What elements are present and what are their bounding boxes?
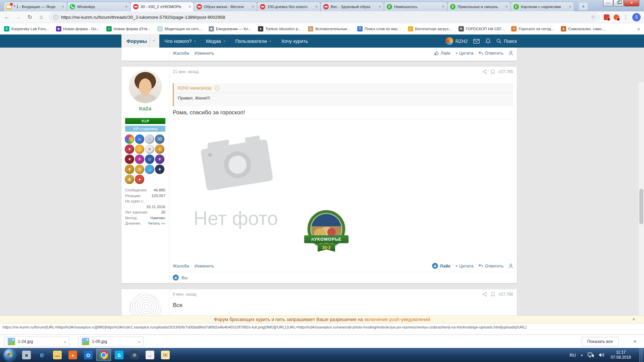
browser-tab[interactable]: Образ жизни - Месячн×: [194, 2, 257, 11]
diary-read-link[interactable]: Читать »»: [148, 221, 165, 226]
page-scrollbar[interactable]: [639, 82, 644, 323]
profile-avatar[interactable]: S: [632, 13, 641, 21]
quote-button[interactable]: + Цитата: [455, 263, 474, 268]
like-button[interactable]: Лайк: [434, 51, 450, 56]
bookmark-item[interactable]: ↓Бесплатная загруз...: [408, 26, 452, 32]
award-badge-icon[interactable]: ☺: [145, 155, 154, 164]
user-avatar[interactable]: [129, 71, 161, 103]
download-item[interactable]: 1-05.jpg▴: [78, 337, 144, 347]
nav-item-медиа[interactable]: Медиа▾: [201, 35, 230, 48]
award-badge-icon[interactable]: ●: [135, 175, 144, 184]
award-badge-icon[interactable]: *: [125, 134, 134, 144]
taskbar-app-folder[interactable]: ▬: [50, 349, 65, 361]
tab-close-icon[interactable]: ×: [569, 4, 571, 9]
close-button[interactable]: ×: [624, 0, 639, 6]
new-tab-button[interactable]: +: [579, 3, 588, 10]
nav-item-пользователи[interactable]: Пользователи▾: [230, 35, 276, 48]
inbox-envelope-icon[interactable]: [473, 39, 480, 44]
liked-by-you-link[interactable]: Вы: [181, 275, 187, 280]
quote-button[interactable]: + Цитата: [455, 51, 474, 56]
bookmark-item[interactable]: ■Новая форма - Go...: [56, 26, 100, 32]
bookmark-item[interactable]: KKaspersky Lab Foru...: [4, 26, 49, 32]
award-badge-icon[interactable]: ♥: [125, 144, 134, 154]
edit-link[interactable]: Изменить: [195, 51, 214, 56]
award-badge-icon[interactable]: 4: [155, 144, 164, 154]
chevron-down-icon[interactable]: ▾: [224, 40, 225, 43]
tab-close-icon[interactable]: ×: [125, 4, 127, 9]
browser-tab[interactable]: 100-дневка без алкого×: [257, 2, 321, 11]
bookmark-item[interactable]: ППоиск слов по мас...: [357, 26, 401, 32]
scrollbar-thumb[interactable]: [639, 189, 643, 224]
nav-item-что-нового-[interactable]: Что нового?▾: [159, 35, 201, 48]
post-number-link[interactable]: #27.766: [499, 292, 513, 297]
edit-link[interactable]: Изменить: [195, 263, 214, 268]
show-desktop-button[interactable]: [639, 348, 643, 362]
chevron-down-icon[interactable]: ▾: [270, 40, 271, 43]
award-badge-icon[interactable]: 30: [155, 134, 164, 144]
award-badge-icon[interactable]: ♥: [125, 155, 134, 164]
quote-jump-icon[interactable]: ↑: [215, 86, 219, 90]
tab-close-icon[interactable]: ×: [505, 4, 508, 9]
tab-close-icon[interactable]: ×: [442, 4, 444, 9]
browser-tab[interactable]: FКартинки с надписями×: [511, 2, 574, 11]
bookmark-item[interactable]: ⊕ГОРОСКОП НА СЕГ...: [459, 26, 505, 32]
award-user-icon[interactable]: [508, 51, 513, 56]
download-menu-icon[interactable]: ▴: [64, 340, 66, 343]
bookmark-item[interactable]: ●Tonkoe iskusstvo p...: [258, 26, 301, 32]
award-badge-icon[interactable]: →: [145, 165, 154, 174]
bookmark-item[interactable]: ☀Гороскоп на сегод...: [511, 26, 554, 32]
tab-close-icon[interactable]: ×: [315, 4, 318, 9]
bookmark-icon[interactable]: [491, 69, 495, 74]
browser-tab[interactable]: FПрикольные и смешнь×: [447, 2, 511, 11]
share-icon[interactable]: [482, 292, 487, 297]
like-button-liked[interactable]: Лайк: [432, 263, 450, 269]
bookmarks-overflow-icon[interactable]: »: [637, 26, 640, 32]
browser-menu-icon[interactable]: ⋮: [623, 14, 628, 20]
bookmark-item[interactable]: ●Самоанализ, само...: [561, 26, 605, 32]
browser-tab[interactable]: 30 - #30_2 лУКОМОРЬ×: [130, 2, 194, 11]
account-menu[interactable]: RZH2: [445, 37, 468, 45]
alerts-bell-icon[interactable]: [485, 38, 491, 44]
report-link[interactable]: Жалоба: [173, 263, 189, 268]
post-time-link[interactable]: 21 мин. назад: [173, 69, 199, 74]
download-item[interactable]: 1-24.jpg▴: [4, 337, 69, 347]
download-menu-icon[interactable]: ▴: [138, 340, 140, 343]
bookmark-item[interactable]: ♙Вспомогательные...: [308, 26, 351, 32]
tab-close-icon[interactable]: ×: [62, 4, 64, 9]
tab-close-icon[interactable]: ×: [189, 4, 191, 9]
reload-button[interactable]: ↻: [26, 14, 34, 21]
home-button[interactable]: ⌂: [38, 14, 45, 20]
taskbar-app-globe[interactable]: ⊕: [127, 349, 142, 361]
minimize-button[interactable]: —: [603, 0, 613, 6]
award-badge-icon[interactable]: ☺: [145, 134, 154, 144]
taskbar-app-1c[interactable]: 1С: [158, 349, 173, 361]
browser-tab[interactable]: FНамешалось×: [384, 2, 447, 11]
taskbar-app-window[interactable]: ■: [19, 349, 34, 361]
nav-item-форумы[interactable]: Форумы▾: [121, 35, 159, 48]
post-number-link[interactable]: #27.765: [499, 69, 513, 74]
award-badge-icon[interactable]: ⊙: [135, 165, 144, 174]
taskbar-app-arrows[interactable]: ↔: [143, 349, 157, 361]
extension-icon-2[interactable]: [613, 14, 619, 20]
notification-link[interactable]: включение push-уведомлений: [364, 317, 430, 322]
award-user-icon[interactable]: [508, 263, 513, 268]
browser-tab[interactable]: Вес - Здоровый образ×: [320, 2, 384, 11]
share-icon[interactable]: [482, 69, 487, 74]
tab-close-icon[interactable]: ×: [379, 4, 381, 9]
chevron-down-icon[interactable]: ▾: [150, 35, 155, 48]
language-indicator[interactable]: RU: [570, 353, 576, 358]
username-link[interactable]: KaZa: [121, 106, 169, 111]
taskbar-app-outlook[interactable]: O: [81, 349, 96, 361]
volume-icon[interactable]: [599, 352, 605, 358]
site-info-icon[interactable]: i: [53, 15, 58, 20]
award-badge-icon[interactable]: ☺: [135, 134, 144, 144]
back-button[interactable]: ←: [3, 14, 11, 20]
reply-button[interactable]: Ответить: [478, 51, 503, 56]
award-badge-icon[interactable]: ♥: [125, 165, 134, 174]
address-bar[interactable]: i https://ne-kurim.ru/forum/threads/30_2…: [49, 12, 600, 22]
network-icon[interactable]: [588, 352, 594, 358]
taskbar-app-ie[interactable]: e: [35, 349, 49, 361]
taskbar-app-chrome[interactable]: [96, 349, 111, 361]
award-badge-icon[interactable]: ★: [145, 144, 154, 154]
restore-button[interactable]: [613, 0, 624, 6]
